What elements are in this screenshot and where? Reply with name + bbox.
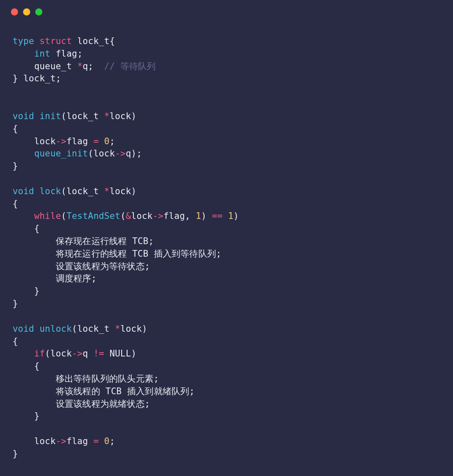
operator-eq: = [94,436,99,446]
brace: } [13,299,18,309]
paren: ( [45,349,50,359]
paren: ) [131,349,137,359]
identifier: flag [66,436,88,446]
identifier: q [83,349,88,359]
identifier: flag [66,136,88,146]
number: 0 [104,436,109,446]
type-name: lock_t [77,324,109,334]
keyword-type: type [13,36,34,46]
brace: { [13,336,18,346]
type-name: queue_t [34,61,72,71]
brace: } [13,449,18,459]
brace: { [34,361,39,371]
identifier: lock_t [23,73,56,83]
function-call: TestAndSet [66,211,120,221]
operator-arrow: -> [56,136,67,146]
paren: ) [142,324,147,334]
constant-null: NULL [109,349,131,359]
brace: } [13,161,18,171]
comment: // 等待队列 [104,61,156,71]
number: 1 [228,211,234,221]
code-block: type struct lock_t{ int flag; queue_t *q… [0,23,453,460]
operator-star: * [104,111,109,121]
function-unlock: unlock [39,324,72,334]
keyword-int: int [34,49,50,59]
identifier: lock [94,148,115,159]
titlebar [0,0,453,23]
brace: } [34,286,39,296]
keyword-struct: struct [39,36,72,46]
operator-amp: & [126,211,131,221]
operator-arrow: -> [72,349,83,359]
keyword-void: void [13,186,34,196]
paren: ) [131,186,137,196]
pseudo-line: 将现在运行的线程 TCB 插入到等待队列; [56,249,221,259]
semicolon: ; [88,61,94,71]
identifier: q [126,148,131,159]
function-init: init [39,111,61,121]
keyword-void: void [13,324,34,334]
semicolon: ; [109,136,115,146]
keyword-if: if [34,349,45,359]
identifier: flag [56,49,77,59]
brace: { [34,224,39,234]
keyword-while: while [34,211,61,221]
comma: , [185,211,190,221]
semicolon: ; [109,436,115,446]
pseudo-line: 移出等待队列的队头元素; [56,374,159,384]
semicolon: ; [77,49,83,59]
keyword-void: void [13,111,34,121]
operator-neq: != [94,349,104,359]
operator-eqeq: == [212,211,223,221]
maximize-icon[interactable] [35,8,42,16]
identifier: lock_t [77,36,109,46]
brace: { [13,199,18,209]
paren: ( [61,111,67,121]
paren: ( [120,211,126,221]
identifier: lock [50,349,72,359]
identifier: lock [131,211,153,221]
brace: { [109,36,115,46]
operator-eq: = [94,136,99,146]
paren: ) [234,211,239,221]
operator-arrow: -> [56,436,67,446]
paren: ( [61,186,67,196]
pseudo-line: 保存现在运行线程 TCB; [56,236,154,246]
paren: ) [131,111,137,121]
function-call: queue_init [34,148,88,159]
identifier: lock [34,136,55,146]
brace: { [13,124,18,134]
param: lock [109,111,131,121]
minimize-icon[interactable] [23,8,30,16]
paren: ( [88,148,94,159]
operator-star: * [104,186,109,196]
brace: } [34,411,39,421]
pseudo-line: 设置该线程为就绪状态; [56,399,150,409]
type-name: lock_t [66,111,99,121]
paren: ( [61,211,67,221]
brace: } [13,73,18,83]
identifier: q [83,61,88,71]
type-name: lock_t [66,186,99,196]
number: 1 [196,211,201,221]
close-icon[interactable] [11,8,18,16]
paren: ( [72,324,77,334]
operator-star: * [77,61,83,71]
number: 0 [104,136,109,146]
function-lock: lock [39,186,61,196]
param: lock [109,186,131,196]
code-window: type struct lock_t{ int flag; queue_t *q… [0,0,453,476]
identifier: flag [164,211,185,221]
pseudo-line: 将该线程的 TCB 插入到就绪队列; [56,386,195,396]
operator-arrow: -> [153,211,164,221]
semicolon: ; [56,73,61,83]
pseudo-line: 设置该线程为等待状态; [56,261,150,271]
operator-star: * [115,324,120,334]
semicolon: ; [136,148,142,159]
operator-arrow: -> [115,148,126,159]
paren: ) [201,211,207,221]
param: lock [120,324,142,334]
pseudo-line: 调度程序; [56,273,97,284]
identifier: lock [34,436,55,446]
paren: ) [131,148,137,159]
